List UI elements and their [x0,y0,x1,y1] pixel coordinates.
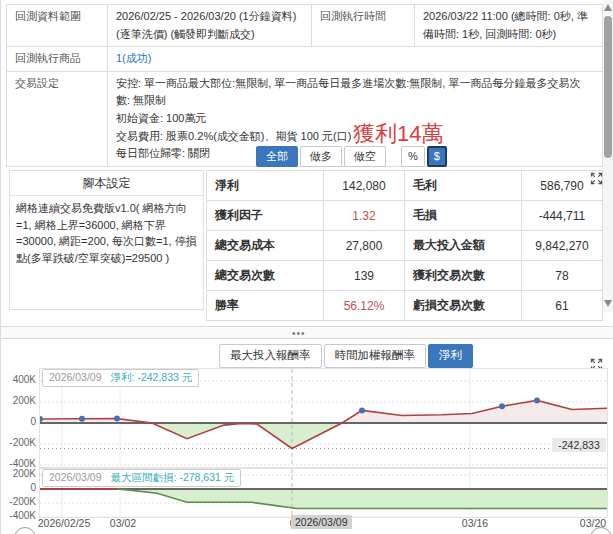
unit-tab-$[interactable]: $ [427,146,447,167]
metric-label: 最大投入金額 [405,231,522,261]
max-drawdown-tooltip: 2026/03/09最大區間虧損: -278,631 元 [42,469,241,487]
chart-type-tabs: 最大投入報酬率時間加權報酬率淨利 [219,344,475,368]
metric-label: 毛利 [405,171,522,201]
y-axis-tick-label: 0 [3,482,36,493]
tooltip-value: 最大區間虧損: -278,631 元 [111,471,235,483]
metric-label: 勝率 [207,291,324,321]
filter-tab-做多[interactable]: 做多 [300,146,342,167]
metric-value: 139 [324,261,405,291]
y-axis-tick-label: -200K [3,437,36,448]
metric-label: 總交易次數 [207,261,324,291]
position-filter-tabs: 全部做多做空 [256,146,388,167]
metric-label: 獲利交易次數 [405,261,522,291]
table-row: 回測執行商品 1(成功) [7,47,603,72]
y-axis-tick-label: 0 [3,416,36,427]
chart-tab-最大投入報酬率[interactable]: 最大投入報酬率 [219,344,322,368]
data-range-value: 2026/02/25 - 2026/03/20 (1分鐘資料) (逐筆洗價) (… [108,5,312,47]
exec-product-label: 回測執行商品 [7,47,108,72]
metric-value: 9,842,270 [522,231,603,261]
metric-label: 毛損 [405,201,522,231]
unit-tab-%[interactable]: % [401,146,425,167]
metric-label: 獲利因子 [207,201,324,231]
metrics-row: 獲利因子1.32毛損-444,711 [207,201,603,231]
x-axis-tick-label: 03/16 [433,517,517,529]
chart-tab-時間加權報酬率[interactable]: 時間加權報酬率 [324,344,427,368]
metrics-row: 淨利142,080毛利586,790 [207,171,603,201]
y-axis-tick-label: -200K [3,496,36,507]
trade-settings-line: 安控: 單一商品最大部位:無限制, 單一商品每日最多進場次數:無限制, 單一商品… [116,75,594,110]
filter-tab-全部[interactable]: 全部 [256,146,298,167]
table-row: 回測資料範圍 2026/02/25 - 2026/03/20 (1分鐘資料) (… [7,5,603,47]
vertical-scrollbar[interactable] [603,0,613,312]
crosshair-value-badge: -242,833 [552,438,606,452]
metric-label: 淨利 [207,171,324,201]
crosshair-date-badge: 2026/03/09 [291,515,352,529]
metric-value: 27,800 [324,231,405,261]
chart-tab-淨利[interactable]: 淨利 [428,344,473,368]
trade-settings-label: 交易設定 [7,71,108,166]
metrics-table: 淨利142,080毛利586,790獲利因子1.32毛損-444,711總交易成… [206,170,603,321]
tooltip-date: 2026/03/09 [49,371,102,383]
script-settings-panel: 腳本設定 網格連續交易免費版v1.0( 網格方向=1, 網格上界=36000, … [9,170,204,310]
scroll-down-arrow-icon[interactable] [604,300,612,307]
x-axis-tick-label: 03/20 [551,517,613,529]
splitter-handle-icon: ••• [292,328,306,339]
y-axis-tick-label: 400K [3,374,36,385]
tooltip-value: 淨利: -242,833 元 [111,371,193,383]
net-profit-tooltip: 2026/03/09淨利: -242,833 元 [42,369,199,387]
expand-icon[interactable] [590,171,603,184]
unit-toggle: %$ [401,146,449,167]
exec-product-success-link[interactable]: 1(成功) [108,47,603,72]
y-axis-tick-label: 200K [3,468,36,479]
metric-value: 56.12% [324,291,405,321]
metric-value: 78 [522,261,603,291]
metric-value: 1.32 [324,201,405,231]
script-settings-title: 腳本設定 [10,171,203,196]
scrollbar-thumb[interactable] [604,16,612,158]
metric-label: 虧損交易次數 [405,291,522,321]
metric-value: 142,080 [324,171,405,201]
tooltip-date: 2026/03/09 [49,471,102,483]
backtest-info-table: 回測資料範圍 2026/02/25 - 2026/03/20 (1分鐘資料) (… [6,4,603,167]
metric-value: 61 [522,291,603,321]
data-range-label: 回測資料範圍 [7,5,108,47]
x-axis-tick-label: 03/02 [81,517,165,529]
backtest-report-window: 回測資料範圍 2026/02/25 - 2026/03/20 (1分鐘資料) (… [0,0,613,534]
annotation-profit: 獲利14萬 [353,119,443,149]
exec-time-value: 2026/03/22 11:00 (總時間: 0秒, 準備時間: 1秒, 回測時… [415,5,603,47]
metrics-row: 總交易次數139獲利交易次數78 [207,261,603,291]
pane-splitter[interactable]: ••• [1,326,613,339]
metric-value: -444,711 [522,201,603,231]
scroll-up-arrow-icon[interactable] [604,4,612,11]
metrics-row: 勝率56.12%虧損交易次數61 [207,291,603,321]
script-settings-description: 網格連續交易免費版v1.0( 網格方向=1, 網格上界=36000, 網格下界=… [10,196,203,270]
exec-time-label: 回測執行時間 [312,5,415,47]
y-axis-tick-label: 200K [3,395,36,406]
metric-label: 總交易成本 [207,231,324,261]
metrics-row: 總交易成本27,800最大投入金額9,842,270 [207,231,603,261]
filter-tab-做空[interactable]: 做空 [344,146,386,167]
